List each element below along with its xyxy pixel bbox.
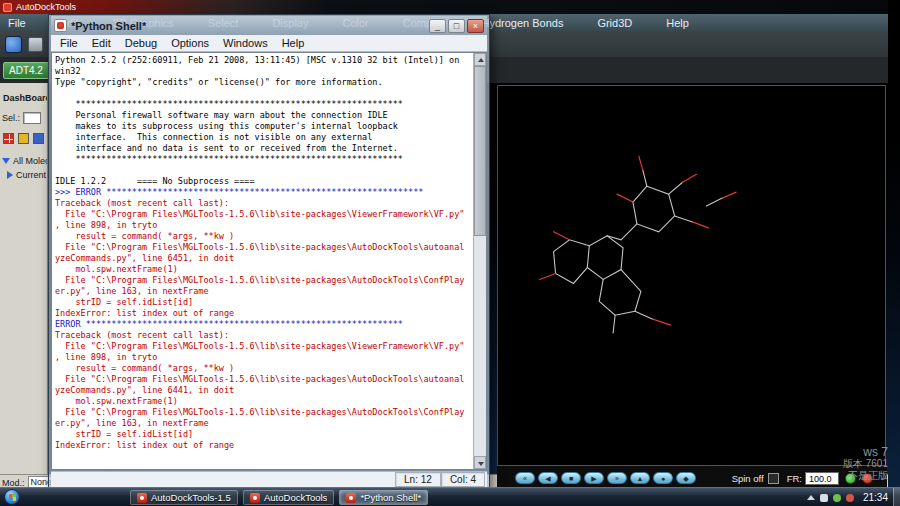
label-icon[interactable] (33, 133, 44, 144)
pencil-icon[interactable] (18, 133, 29, 144)
window-controls: _□× (429, 19, 484, 33)
console-line (55, 88, 473, 99)
player-button-stop[interactable]: ■ (561, 472, 581, 484)
tree-item[interactable]: Current (2, 168, 47, 182)
console-line: File "C:\Program Files\MGLTools-1.5.6\li… (55, 242, 473, 253)
selection-input[interactable] (23, 112, 41, 124)
window-button-minimize[interactable]: _ (429, 19, 446, 33)
adt-titlebar[interactable]: AutoDockTools (0, 0, 888, 14)
adt-window-title: AutoDockTools (16, 2, 76, 12)
adt-menu-item[interactable]: Help (666, 17, 689, 29)
scroll-up-icon[interactable] (474, 53, 486, 66)
player-button-glyph: » (615, 475, 619, 482)
player-button-loop[interactable]: ◆ (676, 472, 696, 484)
taskbar: AutoDockTools-1.5... AutoDockTools *Pyth… (0, 487, 900, 506)
shell-body: Python 2.5.2 (r252:60911, Feb 21 2008, 1… (51, 52, 487, 470)
system-tray: 21:34 (807, 488, 888, 506)
shell-menu-item[interactable]: File (53, 37, 85, 49)
app-icon (250, 493, 260, 503)
toolbar-icon[interactable] (28, 37, 43, 52)
watermark-line: 版本 7601 (843, 458, 888, 470)
taskbar-button-autodocktools[interactable]: AutoDockTools (243, 490, 334, 505)
console-line: win32 (55, 66, 473, 77)
console-line: Traceback (most recent call last): (55, 330, 473, 341)
console-output[interactable]: Python 2.5.2 (r252:60911, Feb 21 2008, 1… (52, 53, 473, 469)
scrollbar[interactable] (473, 53, 486, 469)
tree-expand-icon[interactable] (7, 171, 13, 179)
shell-menu-item[interactable]: Edit (85, 37, 118, 49)
console-line: ****************************************… (55, 99, 473, 110)
start-button[interactable] (4, 489, 20, 505)
fr-input[interactable]: 100.0 (805, 472, 839, 485)
line-indicator: Ln: 12 (395, 472, 441, 487)
tree-item[interactable]: All Molecules (2, 154, 47, 168)
player-button-glyph: ■ (569, 475, 573, 482)
console-line: File "C:\Program Files\MGLTools-1.5.6\li… (55, 341, 473, 352)
3d-viewport[interactable] (497, 85, 886, 466)
python-shell-window: *Python Shell* _□× FileEditDebugOptionsW… (48, 14, 490, 490)
console-line: strID = self.idList[id] (55, 297, 473, 308)
taskbar-clock[interactable]: 21:34 (863, 492, 888, 503)
console-line: yzeCommands.py", line 6451, in doit (55, 253, 473, 264)
shell-menu-item[interactable]: Help (275, 37, 312, 49)
tree-expand-icon[interactable] (2, 158, 10, 164)
shell-menu-item[interactable]: Windows (216, 37, 275, 49)
tray-icon-action-center[interactable] (820, 494, 828, 502)
shell-titlebar[interactable]: *Python Shell* _□× (51, 16, 487, 35)
adt-app-icon (3, 3, 12, 12)
idle-app-icon (54, 19, 67, 32)
show-desktop-button[interactable] (893, 488, 900, 506)
console-line: strID = self.idList[id] (55, 429, 473, 440)
shell-menubar: FileEditDebugOptionsWindowsHelp (51, 35, 487, 52)
console-line: interface and no data is sent to or rece… (55, 143, 473, 154)
window-button-maximize[interactable]: □ (448, 19, 465, 33)
console-line: Traceback (most recent call last): (55, 198, 473, 209)
grid-icon[interactable] (3, 133, 14, 144)
taskbar-button-label: AutoDockTools (264, 492, 327, 503)
dashboard-icons (0, 124, 47, 144)
mod-label: Mod.: (2, 478, 25, 488)
console-line: Personal firewall software may warn abou… (55, 110, 473, 121)
shell-menu-item[interactable]: Debug (118, 37, 164, 49)
scroll-down-icon[interactable] (474, 456, 486, 469)
selection-label: Sel.: (2, 113, 20, 123)
desktop: AutoDockTools FileEdit3D GraphicsSelectD… (0, 0, 900, 506)
window-button-close[interactable]: × (467, 19, 484, 33)
windows-watermark: ws 7版本 7601不是正版 (843, 446, 888, 482)
tree-item-label: Current (16, 170, 46, 180)
adt-menu-item[interactable]: Grid3D (597, 17, 632, 29)
tray-icon-status-green[interactable] (833, 494, 841, 502)
player-button-record[interactable]: ● (653, 472, 673, 484)
player-button-glyph: « (523, 475, 527, 482)
molecule-wireframe (498, 86, 885, 465)
console-line: mol.spw.nextFrame(1) (55, 264, 473, 275)
molecule-tool-icon[interactable] (5, 36, 22, 53)
console-line: File "C:\Program Files\MGLTools-1.5.6\li… (55, 275, 473, 286)
tray-icon-status-red[interactable] (846, 494, 854, 502)
console-line (55, 165, 473, 176)
tab-adt42[interactable]: ADT4.2 (3, 62, 49, 79)
scroll-thumb[interactable] (474, 66, 486, 236)
shell-statusbar: Ln: 12 Col: 4 (51, 471, 487, 487)
player-button-step-back[interactable]: ◀ (538, 472, 558, 484)
taskbar-button-label: *Python Shell* (360, 492, 421, 503)
adt-menu-item[interactable]: File (8, 17, 26, 29)
player-button-go-to-start[interactable]: « (515, 472, 535, 484)
player-button-up[interactable]: ▲ (630, 472, 650, 484)
console-line: ****************************************… (55, 154, 473, 165)
shell-menu-item[interactable]: Options (164, 37, 216, 49)
taskbar-button-python-shell[interactable]: *Python Shell* (339, 490, 428, 505)
player-button-go-to-end[interactable]: » (607, 472, 627, 484)
console-line: er.py", line 163, in nextFrame (55, 418, 473, 429)
console-line: makes to its subprocess using this compu… (55, 121, 473, 132)
player-buttons: «◀■▶»▲●◆ (515, 472, 696, 484)
adt-menu-item[interactable]: Hydrogen Bonds (481, 17, 563, 29)
tray-expand-icon[interactable] (807, 495, 815, 500)
dashboard-title: DashBoard (0, 83, 47, 103)
taskbar-button-autodocktools-installer[interactable]: AutoDockTools-1.5... (130, 490, 238, 505)
console-line: IndexError: list index out of range (55, 308, 473, 319)
player-button-glyph: ▲ (637, 475, 644, 482)
spin-toggle[interactable] (768, 473, 779, 484)
fr-label: FR: (787, 473, 802, 484)
player-button-play[interactable]: ▶ (584, 472, 604, 484)
